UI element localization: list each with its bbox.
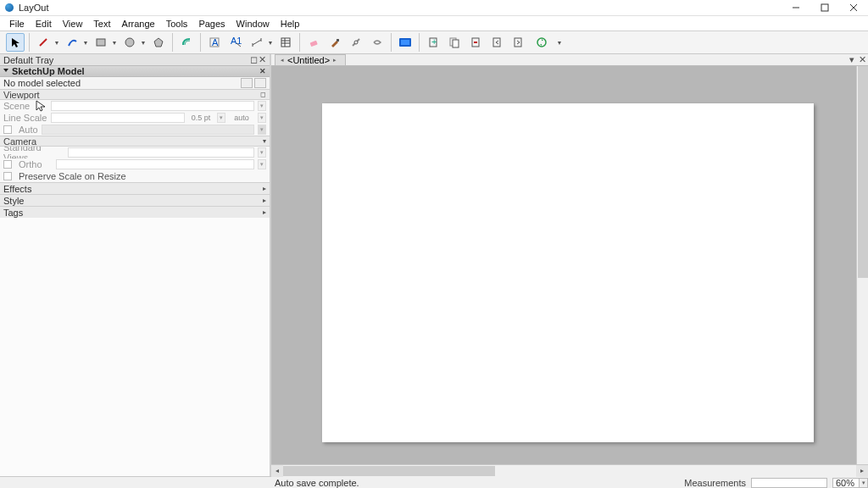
auto-field[interactable] [42, 125, 254, 135]
label-tool-icon[interactable]: A1 [226, 33, 245, 52]
menu-tools[interactable]: Tools [162, 18, 192, 30]
tab-close-icon[interactable]: ✕ [858, 54, 866, 65]
ortho-checkbox[interactable] [3, 160, 12, 169]
camera-section[interactable]: Camera ▾ [0, 136, 270, 147]
scene-row: Scene ▾ [0, 100, 270, 112]
auto-dd-icon[interactable]: ▾ [258, 125, 266, 135]
menu-arrange[interactable]: Arrange [118, 18, 159, 30]
standard-views-field[interactable] [68, 147, 254, 158]
tray-close-icon[interactable]: ✕ [258, 54, 266, 65]
rect-tool-icon[interactable] [92, 33, 110, 52]
model-render-icon[interactable] [254, 78, 266, 88]
preserve-row: Preserve Scale on Resize [0, 170, 270, 182]
tray-pin-icon[interactable]: ◻ [249, 54, 258, 65]
line-scale-value[interactable]: 0.5 pt [188, 114, 214, 122]
line-dropdown-icon[interactable]: ▼ [53, 40, 60, 46]
hscroll-left-icon[interactable]: ◂ [271, 465, 283, 477]
canvas-viewport[interactable] [271, 66, 868, 464]
hscroll-thumb[interactable] [283, 466, 495, 476]
menu-help[interactable]: Help [276, 18, 304, 30]
effects-section[interactable]: Effects ▸ [0, 182, 270, 194]
next-page-icon[interactable] [509, 33, 527, 52]
vscroll-thumb[interactable] [858, 66, 868, 278]
dimension-dropdown-icon[interactable]: ▼ [267, 40, 274, 46]
remove-page-icon[interactable] [466, 33, 485, 52]
ortho-dd-icon[interactable]: ▾ [258, 159, 266, 169]
line-tool-icon[interactable] [34, 33, 53, 52]
presentation-icon[interactable] [396, 33, 415, 52]
tags-arrow-icon: ▸ [263, 208, 266, 216]
panel-sketchup-model[interactable]: SketchUp Model ✕ [0, 65, 270, 77]
duplicate-page-icon[interactable] [445, 33, 464, 52]
sync-dropdown-icon[interactable]: ▼ [556, 40, 563, 46]
effects-label: Effects [3, 184, 31, 194]
model-open-icon[interactable] [241, 78, 253, 88]
line-scale-dd-icon[interactable]: ▾ [217, 113, 225, 123]
line-scale-mode[interactable]: auto [229, 114, 254, 122]
menu-pages[interactable]: Pages [194, 18, 229, 30]
document-tab[interactable]: ◂ <Untitled> ▸ [275, 54, 346, 65]
viewport-arrow-icon: ◻ [260, 91, 266, 98]
close-button[interactable] [839, 0, 868, 16]
hscroll-track[interactable] [283, 465, 856, 477]
split-tool-icon[interactable] [347, 33, 365, 52]
add-page-icon[interactable]: + [424, 33, 442, 52]
zoom-field[interactable]: 60% ▾ [832, 478, 868, 488]
dimension-tool-icon[interactable] [248, 33, 266, 52]
join-tool-icon[interactable] [368, 33, 387, 52]
svg-rect-30 [493, 38, 500, 47]
arc-dropdown-icon[interactable]: ▼ [82, 40, 89, 46]
tab-scroll-dd-icon[interactable]: ▾ [848, 54, 856, 65]
effects-arrow-icon: ▸ [263, 185, 266, 192]
prev-page-icon[interactable] [487, 33, 506, 52]
circle-dropdown-icon[interactable]: ▼ [140, 40, 147, 46]
style-section[interactable]: Style ▸ [0, 194, 270, 206]
viewport-section[interactable]: Viewport ◻ [0, 89, 270, 100]
menu-view[interactable]: View [58, 18, 87, 30]
preserve-checkbox[interactable] [3, 172, 12, 180]
maximize-button[interactable] [810, 0, 839, 16]
hscroll-right-icon[interactable]: ▸ [856, 465, 868, 477]
vertical-scrollbar[interactable] [856, 66, 868, 464]
svg-marker-7 [154, 38, 163, 47]
erase-tool-icon[interactable] [304, 33, 323, 52]
tray-title-label: Default Tray [3, 55, 53, 65]
circle-tool-icon[interactable] [120, 33, 139, 52]
standard-views-dd-icon[interactable]: ▾ [258, 147, 266, 158]
minimize-button[interactable] [782, 0, 810, 16]
polygon-tool-icon[interactable] [149, 33, 168, 52]
svg-rect-1 [821, 4, 828, 11]
menu-file[interactable]: File [5, 18, 29, 30]
svg-rect-27 [453, 40, 459, 47]
measurements-field[interactable] [751, 478, 827, 488]
menu-edit[interactable]: Edit [31, 18, 56, 30]
table-tool-icon[interactable] [276, 33, 295, 52]
select-tool-icon[interactable] [6, 33, 25, 52]
text-tool-icon[interactable]: A [205, 33, 224, 52]
panel-close-icon[interactable]: ✕ [259, 67, 266, 75]
svg-point-6 [125, 38, 134, 47]
ortho-label: Ortho [19, 159, 53, 169]
camera-arrow-icon: ▾ [263, 137, 266, 145]
offset-tool-icon[interactable] [177, 33, 196, 52]
tray-titlebar[interactable]: Default Tray ◻✕ [0, 54, 270, 65]
app-title: LayOut [19, 3, 782, 13]
tags-section[interactable]: Tags ▸ [0, 206, 270, 218]
ortho-row: Ortho ▾ [0, 158, 270, 170]
zoom-dropdown-icon[interactable]: ▾ [859, 479, 867, 487]
sync-icon[interactable] [530, 33, 555, 52]
horizontal-scrollbar[interactable]: ◂ ▸ [271, 464, 868, 476]
line-scale-mode-dd-icon[interactable]: ▾ [258, 113, 266, 123]
menu-window[interactable]: Window [232, 18, 274, 30]
tags-label: Tags [3, 208, 23, 218]
menu-text[interactable]: Text [89, 18, 114, 30]
auto-checkbox[interactable] [3, 125, 12, 134]
rect-dropdown-icon[interactable]: ▼ [111, 40, 118, 46]
arc-tool-icon[interactable] [63, 33, 81, 52]
style-tool-icon[interactable] [326, 33, 344, 52]
page[interactable] [322, 103, 814, 442]
line-scale-slider[interactable] [51, 113, 185, 123]
scene-field[interactable] [51, 101, 254, 111]
scene-dropdown-icon[interactable]: ▾ [258, 101, 266, 111]
ortho-field[interactable] [56, 159, 254, 169]
